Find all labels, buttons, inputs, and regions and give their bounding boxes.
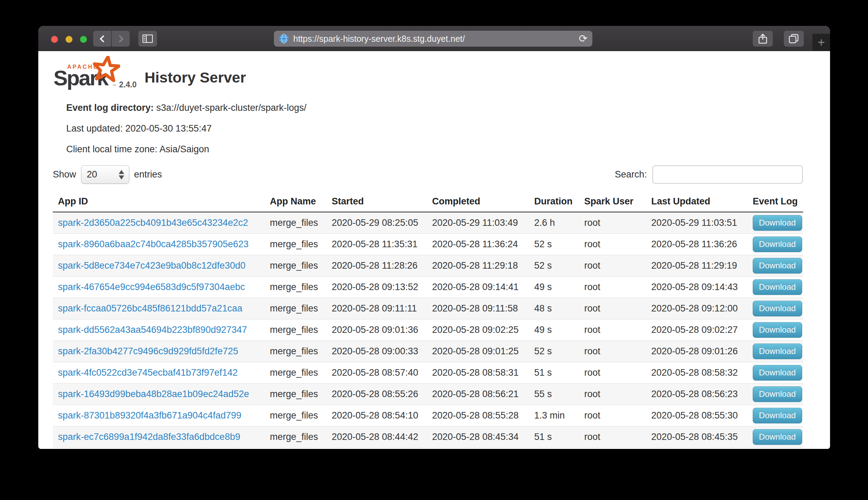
app-id-cell: spark-16493d99beba48b28ae1b09ec24ad52e — [53, 383, 265, 405]
app-id-link[interactable]: spark-16493d99beba48b28ae1b09ec24ad52e — [58, 389, 249, 399]
download-button[interactable]: Download — [753, 365, 802, 381]
started-cell: 2020-05-28 08:44:42 — [326, 426, 427, 448]
sidebar-icon — [142, 35, 153, 43]
event-log-directory-line: Event log directory: s3a://duyet-spark-c… — [66, 103, 803, 113]
address-bar[interactable]: https://spark-history-server.k8s.stg.duy… — [274, 31, 592, 47]
download-button[interactable]: Download — [753, 322, 802, 338]
event-log-cell: Download — [748, 276, 803, 298]
download-button[interactable]: Download — [753, 237, 802, 252]
event-log-directory-label: Event log directory: — [66, 103, 154, 113]
timezone-line: Client local time zone: Asia/Saigon — [66, 145, 803, 154]
started-cell: 2020-05-28 08:54:10 — [326, 405, 427, 426]
app-id-cell: spark-8960a6baa2c74b0ca4285b357905e623 — [53, 233, 265, 255]
duration-cell: 52 s — [529, 340, 579, 362]
spark-user-cell: root — [579, 362, 646, 383]
entries-select[interactable]: 20 — [81, 165, 129, 184]
column-header-last-updated[interactable]: Last Updated — [646, 195, 748, 212]
traffic-lights — [51, 36, 87, 43]
duration-cell: 55 s — [529, 383, 579, 405]
plus-icon: + — [818, 35, 825, 50]
column-header-event-log[interactable]: Event Log — [748, 195, 803, 212]
download-button[interactable]: Download — [753, 215, 802, 231]
app-id-cell: spark-4fc0522cd3e745ecbaf41b73f97ef142 — [53, 362, 265, 383]
browser-window: https://spark-history-server.k8s.stg.duy… — [38, 26, 830, 449]
new-tab-button[interactable]: + — [812, 34, 830, 51]
column-header-spark-user[interactable]: Spark User — [579, 195, 646, 212]
app-id-link[interactable]: spark-87301b89320f4a3fb671a904c4fad799 — [58, 410, 241, 421]
started-cell: 2020-05-28 09:01:36 — [326, 319, 427, 340]
close-window-button[interactable] — [51, 36, 58, 43]
table-row: spark-dd5562a43aa54694b223bf890d927347me… — [53, 319, 803, 340]
minimize-window-button[interactable] — [66, 36, 72, 43]
table-header-row: App IDApp NameStartedCompletedDurationSp… — [53, 195, 803, 212]
column-header-app-id[interactable]: App ID — [53, 195, 265, 212]
column-header-duration[interactable]: Duration — [529, 195, 579, 212]
download-button[interactable]: Download — [753, 429, 802, 445]
duration-cell: 1.3 min — [529, 405, 579, 426]
sidebar-toggle-button[interactable] — [138, 31, 157, 47]
search-input[interactable] — [652, 165, 803, 184]
spark-logo: APACHE Spark ™ 2.4.0 — [53, 58, 135, 91]
table-row: spark-467654e9cc994e6583d9c5f97304aebcme… — [53, 276, 803, 298]
app-name-cell: merge_files — [265, 298, 326, 319]
started-cell: 2020-05-29 08:25:05 — [326, 212, 427, 233]
app-name-cell: merge_files — [265, 405, 326, 426]
app-name-cell: merge_files — [265, 340, 326, 362]
table-row: spark-87301b89320f4a3fb671a904c4fad799me… — [53, 405, 803, 426]
app-id-cell: spark-dd5562a43aa54694b223bf890d927347 — [53, 319, 265, 340]
browser-titlebar: https://spark-history-server.k8s.stg.duy… — [38, 26, 830, 51]
app-id-link[interactable]: spark-8960a6baa2c74b0ca4285b357905e623 — [58, 239, 249, 249]
column-header-started[interactable]: Started — [326, 195, 427, 212]
app-id-cell: spark-fccaa05726bc485f86121bdd57a21caa — [53, 298, 265, 319]
last-updated-cell: 2020-05-28 09:14:43 — [646, 276, 748, 298]
download-button[interactable]: Download — [753, 301, 802, 316]
back-button[interactable] — [93, 31, 111, 47]
globe-icon — [279, 33, 289, 44]
completed-cell: 2020-05-28 09:01:25 — [427, 340, 529, 362]
column-header-app-name[interactable]: App Name — [265, 195, 326, 212]
reload-icon[interactable]: ⟳ — [579, 33, 588, 44]
table-row: spark-ec7c6899a1f942da8fe33fa6dbdce8b9me… — [53, 426, 803, 448]
back-chevron-icon — [99, 35, 107, 42]
forward-button[interactable] — [112, 31, 130, 47]
column-header-completed[interactable]: Completed — [427, 195, 529, 212]
app-id-cell: spark-5d8ece734e7c423e9ba0b8c12dfe30d0 — [53, 255, 265, 276]
event-log-directory-value: s3a://duyet-spark-cluster/spark-logs/ — [154, 103, 307, 113]
spark-user-cell: root — [579, 340, 646, 362]
download-button[interactable]: Download — [753, 279, 802, 295]
app-id-link[interactable]: spark-ec7c6899a1f942da8fe33fa6dbdce8b9 — [58, 432, 240, 442]
duration-cell: 49 s — [529, 276, 579, 298]
tab-overview-button[interactable] — [784, 31, 804, 47]
entries-select-value: 20 — [87, 169, 97, 180]
download-button[interactable]: Download — [753, 344, 802, 359]
started-cell: 2020-05-28 08:57:40 — [326, 362, 427, 383]
download-button[interactable]: Download — [753, 408, 802, 423]
event-log-cell: Download — [748, 362, 803, 383]
zoom-window-button[interactable] — [80, 36, 87, 43]
spark-user-cell: root — [579, 426, 646, 448]
app-id-link[interactable]: spark-fccaa05726bc485f86121bdd57a21caa — [58, 303, 242, 314]
duration-cell: 51 s — [529, 362, 579, 383]
completed-cell: 2020-05-28 08:56:21 — [427, 383, 529, 405]
share-button[interactable] — [753, 31, 773, 47]
download-button[interactable]: Download — [753, 258, 802, 273]
app-id-link[interactable]: spark-5d8ece734e7c423e9ba0b8c12dfe30d0 — [58, 260, 245, 271]
app-id-link[interactable]: spark-467654e9cc994e6583d9c5f97304aebc — [58, 282, 245, 292]
trademark-symbol: ™ — [112, 83, 116, 88]
app-name-cell: merge_files — [265, 426, 326, 448]
app-id-link[interactable]: spark-2d3650a225cb4091b43e65c43234e2c2 — [58, 218, 248, 228]
page-content: APACHE Spark ™ 2.4.0 History Server Even… — [38, 51, 830, 449]
app-id-link[interactable]: spark-dd5562a43aa54694b223bf890d927347 — [58, 325, 247, 335]
spark-user-cell: root — [579, 233, 646, 255]
url-text: https://spark-history-server.k8s.stg.duy… — [293, 34, 579, 44]
event-log-cell: Download — [748, 298, 803, 319]
completed-cell: 2020-05-28 09:14:41 — [427, 276, 529, 298]
last-updated-cell: 2020-05-28 08:56:23 — [646, 383, 748, 405]
completed-cell: 2020-05-28 08:55:28 — [427, 405, 529, 426]
completed-cell: 2020-05-28 08:58:31 — [427, 362, 529, 383]
app-name-cell: merge_files — [265, 319, 326, 340]
app-id-link[interactable]: spark-2fa30b4277c9496c9d929fd5fd2fe725 — [58, 346, 238, 356]
table-controls: Show 20 entries Search: — [53, 165, 803, 184]
download-button[interactable]: Download — [753, 386, 802, 402]
app-id-link[interactable]: spark-4fc0522cd3e745ecbaf41b73f97ef142 — [58, 367, 238, 378]
